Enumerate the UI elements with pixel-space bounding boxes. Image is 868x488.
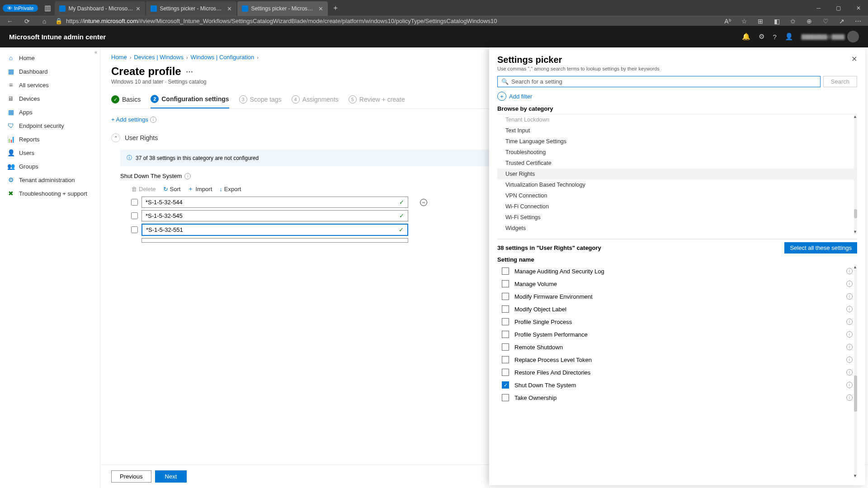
category-item[interactable]: VPN Connection: [497, 190, 857, 201]
category-item[interactable]: Troubleshooting: [497, 147, 857, 158]
home-icon[interactable]: ⌂: [38, 18, 51, 25]
settings-icon[interactable]: ⚙: [759, 33, 764, 41]
setting-item[interactable]: Manage Volumei: [497, 277, 857, 290]
browser-tab[interactable]: My Dashboard - Microsoft Azure✕: [55, 1, 145, 16]
close-window-button[interactable]: ✕: [849, 1, 868, 15]
sidebar-item-users[interactable]: 👤Users: [0, 146, 100, 160]
notifications-icon[interactable]: 🔔: [742, 33, 750, 41]
sidebar-item-tenant-administration[interactable]: ⚙Tenant administration: [0, 173, 100, 187]
sidebar-item-reports[interactable]: 📊Reports: [0, 132, 100, 146]
step-review[interactable]: 5Review + create: [349, 95, 405, 108]
category-item[interactable]: Wi-Fi Settings: [497, 212, 857, 223]
info-icon[interactable]: i: [846, 331, 853, 338]
scroll-thumb[interactable]: [854, 209, 857, 218]
minimize-button[interactable]: ─: [809, 1, 828, 15]
remove-entry-icon[interactable]: −: [420, 199, 427, 206]
search-input[interactable]: 🔍Search for a setting: [497, 76, 821, 87]
browser-tab[interactable]: Settings picker - Microsoft Intune✕: [237, 1, 328, 16]
more-icon[interactable]: ⋯: [852, 18, 864, 25]
add-settings-link[interactable]: + Add settingsi: [111, 116, 156, 123]
info-icon[interactable]: i: [846, 382, 853, 388]
entry-checkbox[interactable]: [131, 212, 138, 219]
close-panel-icon[interactable]: ✕: [851, 55, 857, 63]
setting-item[interactable]: Profile System Performancei: [497, 328, 857, 341]
user-menu[interactable]: ████████@████: [802, 31, 859, 42]
sidebar-icon[interactable]: ◧: [770, 18, 783, 25]
add-filter-button[interactable]: +Add filter: [497, 92, 857, 101]
setting-checkbox[interactable]: [502, 331, 509, 338]
star-icon[interactable]: ☆: [738, 18, 750, 25]
info-icon[interactable]: i: [846, 281, 853, 287]
entry-input[interactable]: *S-1-5-32-544✓: [142, 197, 408, 208]
category-item[interactable]: Wi-Fi Connection: [497, 201, 857, 212]
sidebar-item-groups[interactable]: 👥Groups: [0, 160, 100, 173]
scroll-down-icon[interactable]: ▼: [853, 230, 857, 234]
entry-checkbox[interactable]: [131, 199, 138, 206]
step-basics[interactable]: ✓Basics: [111, 95, 141, 108]
setting-item[interactable]: Modify Firmware Environmenti: [497, 290, 857, 303]
info-icon[interactable]: i: [846, 319, 853, 325]
delete-button[interactable]: 🗑Delete: [131, 185, 156, 193]
entry-checkbox[interactable]: [131, 226, 138, 233]
entry-input-empty[interactable]: [142, 238, 408, 243]
select-all-button[interactable]: Select all these settings: [784, 242, 857, 253]
setting-checkbox[interactable]: [502, 280, 509, 287]
breadcrumb-link[interactable]: Home: [111, 54, 127, 61]
category-item[interactable]: Tenant Lockdown: [497, 114, 857, 125]
extension-icon[interactable]: ⊞: [754, 18, 767, 25]
sidebar-item-all-services[interactable]: ≡All services: [0, 78, 100, 92]
sidebar-item-troubleshooting-support[interactable]: ✖Troubleshooting + support: [0, 187, 100, 200]
sort-button[interactable]: ↻Sort: [163, 185, 181, 193]
info-icon[interactable]: i: [184, 173, 191, 179]
refresh-icon[interactable]: ⟳: [21, 18, 33, 25]
setting-item[interactable]: Take Ownershipi: [497, 391, 857, 404]
setting-checkbox[interactable]: [502, 293, 509, 300]
export-button[interactable]: ↓Export: [219, 185, 241, 193]
setting-item[interactable]: Profile Single Processi: [497, 315, 857, 328]
feedback-icon[interactable]: 👤: [785, 33, 793, 41]
entry-input[interactable]: *S-1-5-32-551✓: [142, 224, 408, 236]
maximize-button[interactable]: ▢: [829, 1, 848, 15]
share-icon[interactable]: ↗: [835, 18, 848, 25]
setting-item[interactable]: Manage Auditing And Security Logi: [497, 265, 857, 277]
step-configuration[interactable]: 2Configuration settings: [151, 95, 229, 108]
favorites-icon[interactable]: ✩: [787, 18, 799, 25]
health-icon[interactable]: ♡: [819, 18, 832, 25]
setting-item[interactable]: Replace Process Level Tokeni: [497, 353, 857, 366]
sidebar-item-apps[interactable]: ▦Apps: [0, 105, 100, 119]
entry-input[interactable]: *S-1-5-32-545✓: [142, 210, 408, 221]
info-icon[interactable]: i: [846, 268, 853, 274]
import-button[interactable]: ＋Import: [188, 185, 212, 193]
search-button[interactable]: Search: [823, 76, 857, 87]
chevron-up-icon[interactable]: ⌃: [111, 133, 120, 142]
collections-icon[interactable]: ⊕: [803, 18, 816, 25]
info-icon[interactable]: i: [846, 293, 853, 300]
close-icon[interactable]: ✕: [318, 5, 323, 12]
scrollbar[interactable]: ▲▼: [854, 114, 857, 234]
more-icon[interactable]: ⋯: [186, 67, 193, 76]
info-icon[interactable]: i: [846, 357, 853, 363]
info-icon[interactable]: i: [846, 369, 853, 375]
scroll-down-icon[interactable]: ▼: [853, 474, 857, 478]
sidebar-item-dashboard[interactable]: ▦Dashboard: [0, 65, 100, 78]
setting-item[interactable]: ✓Shut Down The Systemi: [497, 379, 857, 391]
setting-checkbox[interactable]: [502, 267, 509, 275]
back-icon[interactable]: ←: [4, 18, 16, 25]
category-item[interactable]: Widgets: [497, 223, 857, 234]
address-bar[interactable]: 🔒 https://intune.microsoft.com/#view/Mic…: [55, 18, 717, 24]
close-icon[interactable]: ✕: [227, 5, 232, 12]
info-icon[interactable]: i: [846, 306, 853, 312]
step-assignments[interactable]: 4Assignments: [292, 95, 339, 108]
scroll-up-icon[interactable]: ▲: [853, 265, 857, 269]
category-item[interactable]: Time Language Settings: [497, 136, 857, 147]
setting-checkbox[interactable]: [502, 343, 509, 351]
category-item[interactable]: Virtualization Based Technology: [497, 179, 857, 190]
sidebar-item-home[interactable]: ⌂Home: [0, 51, 100, 65]
setting-checkbox[interactable]: [502, 369, 509, 376]
scroll-up-icon[interactable]: ▲: [853, 114, 857, 119]
scrollbar[interactable]: ▲▼: [854, 265, 857, 478]
setting-item[interactable]: Remote Shutdowni: [497, 341, 857, 353]
setting-checkbox[interactable]: ✓: [502, 381, 509, 389]
collapse-sidebar-icon[interactable]: «: [94, 49, 97, 55]
read-aloud-icon[interactable]: Aᵇ: [722, 18, 734, 25]
